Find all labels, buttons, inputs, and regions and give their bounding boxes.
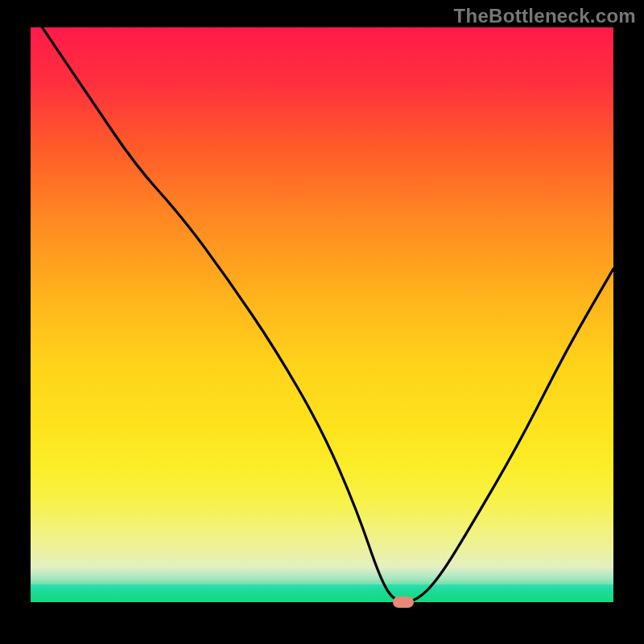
bottleneck-curve [43, 27, 614, 602]
chart-container: TheBottleneck.com [0, 0, 644, 644]
watermark-text: TheBottleneck.com [454, 5, 636, 27]
curve-svg [31, 27, 613, 613]
plot-area [31, 27, 613, 613]
optimum-marker [393, 597, 414, 608]
